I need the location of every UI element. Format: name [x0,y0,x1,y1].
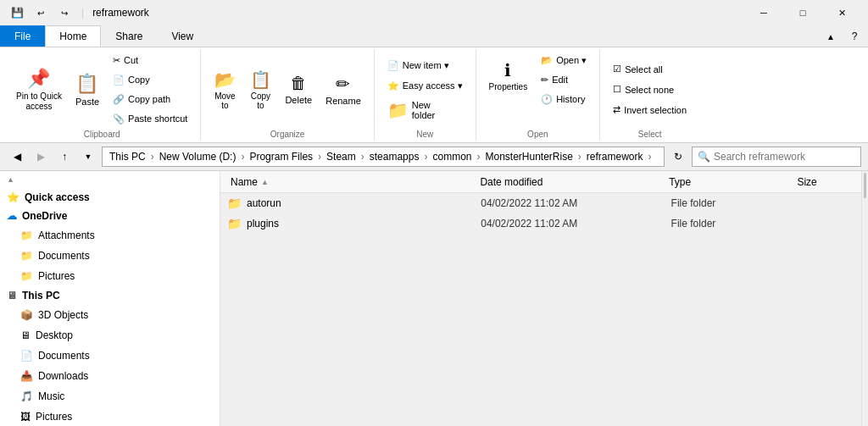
invert-selection-button[interactable]: ⇄ Invert selection [607,101,693,119]
sidebar-item-attachments[interactable]: 📁 Attachments [0,225,220,246]
history-icon: 🕐 [541,94,553,105]
quick-access-section[interactable]: ⭐ Quick access [0,188,220,207]
cut-button[interactable]: ✂ Cut [107,51,193,69]
column-date-header[interactable]: Date modified [476,174,665,190]
breadcrumb-this-pc[interactable]: This PC [108,151,147,163]
tab-share[interactable]: Share [101,25,157,47]
copy-icon: 📄 [113,75,125,86]
delete-button[interactable]: 🗑 Delete [279,65,318,114]
organize-label: Organize [270,130,305,139]
tab-view[interactable]: View [157,25,208,47]
sidebar-scroll-up[interactable]: ▲ [0,171,220,188]
paste-shortcut-label: Paste shortcut [128,113,187,124]
file-pane-scrollbar[interactable] [861,171,868,426]
pin-to-quick-access-button[interactable]: 📌 Pin to Quickaccess [10,65,68,114]
paste-shortcut-button[interactable]: 📎 Paste shortcut [107,109,193,128]
sep5: › [424,151,427,163]
sidebar-item-3d-objects[interactable]: 📦 3D Objects [0,305,220,325]
copy-path-icon: 🔗 [113,94,125,105]
recent-locations-button[interactable]: ▼ [78,147,98,167]
easy-access-label: Easy access ▾ [403,80,463,91]
column-size-header[interactable]: Size [793,174,861,190]
edit-button[interactable]: ✏ Edit [535,70,593,89]
column-name-label: Name [231,176,258,188]
move-to-button[interactable]: 📂 Moveto [208,65,242,114]
copy-to-icon: 📋 [250,69,271,90]
quick-save-icon[interactable]: 💾 [7,3,27,23]
sep8: › [648,151,652,163]
search-input[interactable] [714,151,855,163]
breadcrumb-steamapps[interactable]: steamapps [368,151,421,163]
new-item-button[interactable]: 📄 New item ▾ [381,57,455,75]
column-type-header[interactable]: Type [665,174,793,190]
breadcrumb-common[interactable]: common [431,151,473,163]
copy-button[interactable]: 📄 Copy [107,70,193,89]
downloads-label: Downloads [38,370,88,382]
breadcrumb-mhr[interactable]: MonsterHunterRise [483,151,574,163]
refresh-button[interactable]: ↻ [668,147,688,167]
scrollbar-thumb[interactable] [864,173,866,198]
sidebar-item-pictures2[interactable]: 🖼 Pictures [0,407,220,426]
sidebar-item-documents2[interactable]: 📄 Documents [0,346,220,366]
paste-shortcut-icon: 📎 [113,113,125,124]
breadcrumb-steam[interactable]: Steam [325,151,358,163]
undo-icon[interactable]: ↩ [31,3,51,23]
properties-label: Properties [489,82,528,91]
ribbon-collapse-button[interactable]: ▲ [821,26,841,47]
open-button[interactable]: 📂 Open ▾ [535,51,593,69]
address-bar[interactable]: This PC › New Volume (D:) › Program File… [102,147,665,167]
new-item-icon: 📄 [387,60,399,71]
title-bar: 💾 ↩ ↪ | reframework ─ □ ✕ [0,0,868,25]
edit-icon: ✏ [541,75,548,86]
breadcrumb-reframework[interactable]: reframework [585,151,645,163]
tab-file[interactable]: File [0,25,45,47]
select-all-icon: ☑ [613,64,621,75]
file-row-plugins[interactable]: 📁 plugins 04/02/2022 11:02 AM File folde… [220,213,868,234]
maximize-button[interactable]: □ [783,0,822,25]
search-bar[interactable]: 🔍 [692,147,861,167]
rename-button[interactable]: ✏ Rename [320,65,367,114]
ribbon-group-open: ℹ Properties 📂 Open ▾ ✏ Edit 🕐 History O… [476,49,601,141]
history-button[interactable]: 🕐 History [535,90,593,108]
breadcrumb-program-files[interactable]: Program Files [248,151,314,163]
clipboard-buttons: 📌 Pin to Quickaccess 📋 Paste ✂ Cut 📄 Cop… [10,51,193,128]
breadcrumb-new-volume-d[interactable]: New Volume (D:) [158,151,238,163]
minimize-button[interactable]: ─ [744,0,783,25]
properties-button[interactable]: ℹ Properties [483,51,534,100]
new-folder-button[interactable]: 📁 Newfolder [381,97,442,123]
pin-icon: 📌 [27,68,50,90]
tab-home[interactable]: Home [45,25,101,47]
copy-to-label: Copyto [251,91,270,110]
column-name-header[interactable]: Name ▲ [227,174,476,190]
pictures-icon: 📁 [20,270,33,282]
select-all-button[interactable]: ☑ Select all [607,60,669,79]
redo-icon[interactable]: ↪ [54,3,75,23]
file-pane-container: Name ▲ Date modified Type Size 📁 autorun [220,171,868,426]
file-name-autorun: 📁 autorun [227,196,481,210]
cut-icon: ✂ [113,55,120,66]
up-button[interactable]: ↑ [54,147,75,167]
file-row-autorun[interactable]: 📁 autorun 04/02/2022 11:02 AM File folde… [220,193,868,213]
back-button[interactable]: ◀ [7,147,27,167]
copy-to-button[interactable]: 📋 Copyto [243,65,277,114]
this-pc-section[interactable]: 🖥 This PC [0,286,220,305]
invert-selection-label: Invert selection [624,105,687,115]
forward-button[interactable]: ▶ [31,147,51,167]
copy-path-button[interactable]: 🔗 Copy path [107,90,193,108]
onedrive-icon: ☁ [7,210,17,222]
move-to-label: Moveto [214,91,235,110]
sidebar-item-pictures[interactable]: 📁 Pictures [0,266,220,286]
sidebar-item-desktop[interactable]: 🖥 Desktop [0,325,220,346]
cut-label: Cut [124,55,138,65]
onedrive-label: OneDrive [22,210,67,222]
file-name-plugins: 📁 plugins [227,217,481,230]
select-none-button[interactable]: ☐ Select none [607,80,680,99]
paste-button[interactable]: 📋 Paste [70,65,105,114]
onedrive-section[interactable]: ☁ OneDrive [0,207,220,225]
sidebar-item-music[interactable]: 🎵 Music [0,386,220,407]
sidebar-item-documents[interactable]: 📁 Documents [0,246,220,266]
easy-access-button[interactable]: ⭐ Easy access ▾ [381,77,469,96]
close-button[interactable]: ✕ [822,0,861,25]
sidebar-item-downloads[interactable]: 📥 Downloads [0,366,220,386]
help-button[interactable]: ? [844,26,865,47]
